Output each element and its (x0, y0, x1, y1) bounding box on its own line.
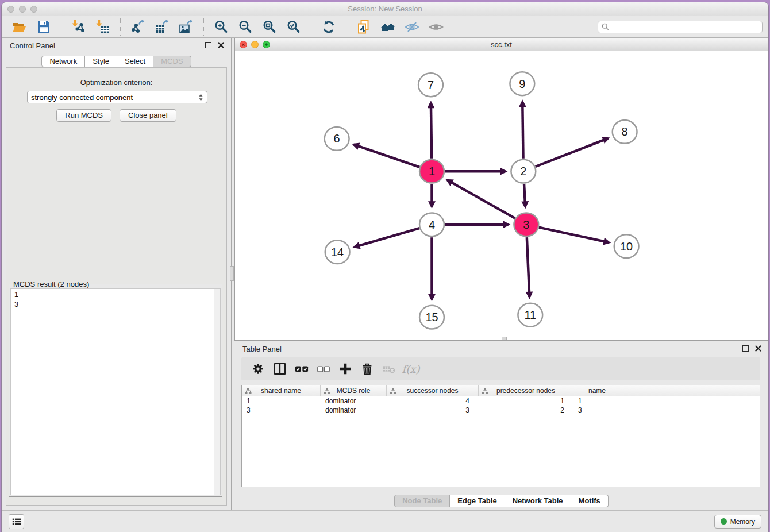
delete-row-button[interactable] (359, 360, 376, 377)
graph-node-3[interactable]: 3 (514, 213, 538, 236)
table-cell[interactable]: 1 (479, 396, 573, 406)
table-cell[interactable]: 3 (242, 406, 321, 415)
optimization-criterion-select[interactable]: strongly connected component (27, 91, 207, 103)
main-toolbar (2, 16, 768, 38)
show-visibility-button[interactable] (428, 18, 445, 36)
table-cell[interactable]: dominator (321, 406, 387, 415)
graph-edge-3-1[interactable] (448, 180, 515, 218)
graph-node-15[interactable]: 15 (419, 306, 444, 329)
close-icon[interactable] (218, 42, 224, 48)
result-scrollbar[interactable] (214, 289, 220, 495)
float-icon[interactable] (205, 42, 211, 48)
tab-network-table[interactable]: Network Table (505, 495, 571, 507)
open-folder-button[interactable] (11, 18, 28, 36)
import-network-button[interactable] (70, 18, 87, 36)
import-table-button[interactable] (94, 18, 111, 36)
resize-grip[interactable] (502, 337, 507, 340)
graph-edge-2-3[interactable] (524, 184, 525, 207)
graph-node-14[interactable]: 14 (325, 240, 350, 264)
table-cell[interactable]: 2 (479, 406, 573, 415)
deselect-all-button[interactable] (315, 360, 332, 377)
node-table[interactable]: shared nameMCDS rolesuccessor nodesprede… (241, 385, 760, 487)
graph-edge-2-9[interactable] (522, 102, 523, 159)
tab-network[interactable]: Network (41, 56, 85, 67)
close-icon[interactable]: × (240, 41, 247, 48)
column-header-predecessor-nodes[interactable]: predecessor nodes (479, 385, 573, 396)
graph-node-9[interactable]: 9 (510, 72, 534, 95)
memory-label: Memory (730, 518, 755, 526)
table-cell[interactable]: dominator (321, 396, 387, 406)
close-icon[interactable] (755, 345, 761, 352)
zoom-fit-button[interactable] (261, 18, 278, 36)
graph-edge-1-6[interactable] (354, 145, 419, 167)
graph-node-11[interactable]: 11 (518, 303, 542, 327)
zoom-out-button[interactable] (237, 18, 254, 36)
memory-button[interactable]: Memory (714, 515, 761, 529)
tab-select[interactable]: Select (117, 56, 153, 67)
select-stepper-icon (198, 93, 203, 102)
graph-node-10[interactable]: 10 (614, 234, 639, 258)
search-input[interactable] (611, 22, 759, 32)
close-panel-button[interactable]: Close panel (120, 109, 176, 122)
select-all-button[interactable] (293, 360, 310, 377)
network-canvas[interactable]: 7968124314101511 (235, 52, 768, 340)
graph-node-7[interactable]: 7 (418, 73, 443, 97)
splitter-handle[interactable] (230, 266, 234, 281)
column-label: predecessor nodes (496, 387, 555, 395)
refresh-button[interactable] (320, 18, 337, 36)
float-icon[interactable] (742, 345, 749, 352)
graph-node-2[interactable]: 2 (511, 160, 536, 183)
save-button[interactable] (35, 18, 52, 36)
export-network-button[interactable] (129, 18, 147, 36)
export-image-button[interactable] (178, 18, 195, 36)
zoom-icon[interactable]: + (263, 41, 270, 48)
home-button[interactable] (379, 18, 396, 36)
close-window-icon[interactable] (7, 6, 14, 13)
table-cell[interactable]: 4 (387, 396, 479, 406)
hide-visibility-button[interactable] (403, 18, 421, 36)
minimize-window-icon[interactable] (19, 6, 26, 13)
table-cell[interactable]: 1 (573, 396, 621, 406)
graph-edge-2-8[interactable] (536, 138, 608, 167)
table-body: 1dominator4113dominator323 (242, 396, 760, 415)
copy-style-button[interactable] (355, 18, 372, 36)
add-row-button[interactable] (337, 360, 354, 377)
graph-edge-4-14[interactable] (355, 228, 419, 247)
table-row[interactable]: 1dominator411 (242, 396, 760, 406)
graph-edge-3-11[interactable] (527, 237, 530, 297)
network-window-titlebar[interactable]: × – + scc.txt (235, 38, 768, 51)
zoom-selected-button[interactable] (285, 18, 302, 36)
gear-button[interactable] (249, 360, 267, 377)
minimize-icon[interactable]: – (251, 41, 259, 48)
table-cell[interactable]: 3 (387, 406, 479, 415)
tab-style[interactable]: Style (85, 56, 117, 67)
column-header-MCDS-role[interactable]: MCDS role (321, 385, 387, 396)
tab-motifs[interactable]: Motifs (571, 495, 609, 507)
task-history-button[interactable] (9, 514, 24, 529)
run-mcds-button[interactable]: Run MCDS (56, 109, 111, 122)
mcds-result-box[interactable]: 1 3 (10, 288, 221, 495)
export-table-button[interactable] (153, 18, 171, 36)
table-cell[interactable]: 1 (242, 396, 321, 406)
column-header-name[interactable]: name (573, 385, 621, 396)
tab-node-table[interactable]: Node Table (394, 495, 450, 507)
graph-node-1[interactable]: 1 (419, 160, 444, 183)
graph-edge-1-7[interactable] (431, 103, 432, 159)
graph-node-6[interactable]: 6 (325, 127, 349, 151)
app-titlebar[interactable]: Session: New Session (2, 2, 768, 16)
graph-edge-3-10[interactable] (539, 228, 609, 242)
tab-edge-table[interactable]: Edge Table (450, 495, 505, 507)
graph-node-8[interactable]: 8 (613, 120, 637, 144)
svg-text:11: 11 (524, 309, 536, 321)
zoom-in-button[interactable] (213, 18, 230, 36)
column-header-shared-name[interactable]: shared name (242, 385, 321, 396)
svg-text:3: 3 (523, 218, 529, 231)
column-header-successor-nodes[interactable]: successor nodes (387, 385, 479, 396)
graph-node-4[interactable]: 4 (419, 213, 444, 236)
search-box[interactable] (598, 21, 763, 33)
split-columns-button[interactable] (271, 360, 288, 377)
zoom-window-icon[interactable] (30, 6, 37, 13)
tab-mcds[interactable]: MCDS (153, 56, 191, 67)
table-row[interactable]: 3dominator323 (242, 406, 760, 415)
table-cell[interactable]: 3 (573, 406, 621, 415)
